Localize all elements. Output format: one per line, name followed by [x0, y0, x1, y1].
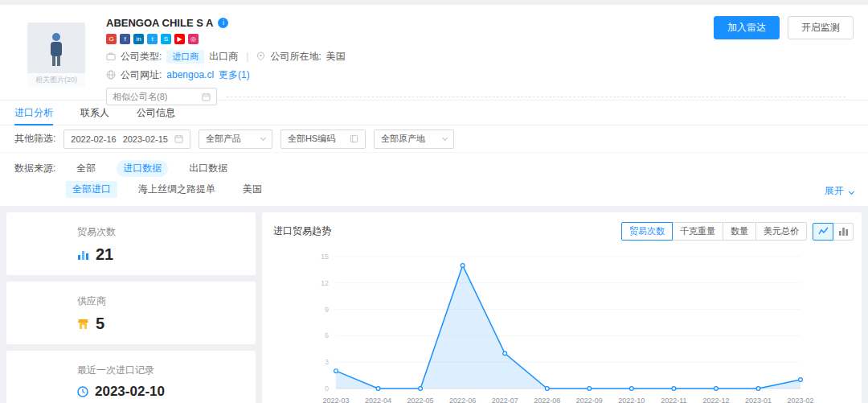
company-image-placeholder[interactable]: 相关图片(20): [27, 23, 85, 87]
join-radar-button[interactable]: 加入雷达: [714, 16, 780, 39]
instagram-icon[interactable]: ◎: [188, 34, 199, 44]
website-more-link[interactable]: 更多(1): [219, 68, 250, 82]
svg-text:2022-11: 2022-11: [661, 397, 686, 403]
hs-code-value: 全部HS编码: [288, 133, 335, 145]
location-label: 公司所在地:: [270, 50, 321, 64]
company-type-importer-tag: 进口商: [166, 50, 204, 64]
data-source-section: 数据来源: 全部 进口数据 出口数据 全部进口 海上丝绸之路提单 美国 展开: [0, 153, 868, 206]
last-import-card: 最近一次进口记录 2023-02-10: [6, 351, 256, 403]
chevron-down-icon: [849, 189, 854, 195]
skype-icon[interactable]: S: [161, 34, 171, 44]
source-option-all[interactable]: 全部: [70, 160, 102, 177]
website-row: 公司网址: abengoa.cl 更多(1): [106, 68, 852, 81]
line-chart-icon[interactable]: [813, 223, 833, 241]
source-option-import[interactable]: 进口数据: [117, 160, 168, 177]
company-info-icon[interactable]: i: [218, 18, 228, 28]
origin-select[interactable]: 全部原产地: [374, 130, 454, 149]
last-import-label: 最近一次进口记录: [77, 364, 256, 377]
sub-source-maritime-silkroad[interactable]: 海上丝绸之路提单: [132, 181, 222, 198]
toggle-weight-kg[interactable]: 千克重量: [672, 222, 723, 241]
linkedin-icon[interactable]: in: [133, 34, 144, 44]
date-end: 2023-02-15: [123, 134, 168, 144]
header-actions: 加入雷达 开启监测: [714, 16, 854, 39]
tab-import-analysis[interactable]: 进口分析: [14, 101, 53, 125]
toggle-quantity[interactable]: 数量: [723, 222, 756, 241]
globe-icon: [106, 70, 116, 80]
supplier-value: 5: [96, 315, 104, 333]
calendar-icon: [202, 93, 211, 101]
company-header: 相关图片(20) ABENGOA CHILE S A i GfintS▶◎ 公司…: [0, 5, 868, 100]
sub-source-all-import[interactable]: 全部进口: [66, 181, 117, 198]
location-value: 美国: [326, 50, 346, 64]
svg-text:2022-08: 2022-08: [534, 397, 560, 403]
youtube-icon[interactable]: ▶: [174, 34, 185, 44]
expand-toggle[interactable]: 展开: [825, 184, 854, 198]
chart-title: 进口贸易趋势: [273, 224, 331, 238]
svg-text:2022-03: 2022-03: [322, 397, 349, 403]
chart-controls: 贸易次数 千克重量 数量 美元总价: [621, 222, 854, 241]
book-icon: [350, 134, 358, 143]
chevron-down-icon: [260, 134, 266, 140]
trade-count-card: 贸易次数 21: [6, 212, 256, 275]
svg-text:6: 6: [325, 331, 329, 339]
clock-icon: [77, 386, 88, 397]
trend-line-chart: 036912152022-032022-042022-052022-062022…: [273, 244, 852, 403]
trade-count-value: 21: [96, 245, 113, 264]
related-images-label: 相关图片(20): [27, 73, 85, 87]
svg-text:2023-01: 2023-01: [745, 397, 772, 403]
hs-code-select[interactable]: 全部HS编码: [280, 130, 366, 149]
trend-chart-card: 进口贸易趋势 贸易次数 千克重量 数量 美元总价: [262, 212, 862, 403]
origin-select-value: 全部原产地: [381, 133, 425, 145]
svg-text:2023-02: 2023-02: [787, 397, 813, 403]
toggle-trade-count[interactable]: 贸易次数: [621, 222, 673, 241]
svg-text:2022-04: 2022-04: [365, 397, 391, 403]
similar-company-row: 相似公司名(8): [106, 88, 852, 105]
supplier-card: 供应商 5: [6, 282, 256, 344]
main-content: 贸易次数 21 供应商: [0, 206, 868, 403]
toggle-usd-total[interactable]: 美元总价: [755, 222, 807, 241]
company-type-row: 公司类型: 进口商 出口商 | 公司所在地: 美国: [106, 50, 852, 63]
sub-source-usa[interactable]: 美国: [236, 181, 268, 198]
trade-count-label: 贸易次数: [77, 225, 256, 239]
svg-text:15: 15: [321, 253, 329, 261]
svg-text:2022-10: 2022-10: [618, 397, 645, 403]
last-import-value: 2023-02-10: [95, 384, 165, 400]
website-link[interactable]: abengoa.cl: [166, 69, 214, 80]
svg-text:9: 9: [325, 306, 329, 314]
bar-chart-icon: [77, 249, 89, 261]
tab-contacts[interactable]: 联系人: [80, 101, 109, 125]
metric-toggle-group: 贸易次数 千克重量 数量 美元总价: [621, 222, 807, 241]
tab-company-info[interactable]: 公司信息: [137, 101, 175, 125]
product-select-value: 全部产品: [206, 133, 241, 145]
dashed-divider: [227, 97, 845, 97]
divider: |: [246, 51, 248, 62]
location-pin-icon: [256, 51, 265, 61]
source-option-export[interactable]: 出口数据: [182, 160, 234, 177]
date-range-picker[interactable]: 2022-02-16 2023-02-15: [63, 130, 190, 149]
calendar-icon: [174, 134, 183, 143]
twitter-icon[interactable]: t: [147, 34, 158, 44]
svg-text:3: 3: [325, 358, 329, 366]
company-name: ABENGOA CHILE S A: [106, 17, 213, 29]
supplier-icon: [77, 319, 89, 330]
supplier-label: 供应商: [77, 294, 256, 308]
svg-text:2022-07: 2022-07: [492, 397, 518, 403]
svg-text:2022-05: 2022-05: [407, 397, 434, 403]
svg-text:0: 0: [325, 384, 329, 393]
svg-text:2022-09: 2022-09: [576, 397, 603, 403]
google-icon[interactable]: G: [106, 34, 117, 44]
company-type-label: 公司类型:: [121, 50, 162, 64]
website-label: 公司网址:: [121, 68, 162, 82]
page: 相关图片(20) ABENGOA CHILE S A i GfintS▶◎ 公司…: [0, 5, 868, 403]
filter-label: 其他筛选:: [14, 132, 55, 146]
stats-column: 贸易次数 21 供应商: [6, 212, 256, 403]
bar-chart-icon[interactable]: [833, 223, 854, 241]
product-select[interactable]: 全部产品: [199, 130, 272, 149]
svg-text:2022-12: 2022-12: [702, 397, 729, 403]
start-monitor-button[interactable]: 开启监测: [788, 16, 854, 39]
facebook-icon[interactable]: f: [120, 34, 130, 44]
date-start: 2022-02-16: [71, 134, 116, 144]
svg-text:12: 12: [321, 279, 329, 287]
chevron-down-icon: [442, 134, 448, 140]
briefcase-icon: [106, 51, 116, 61]
